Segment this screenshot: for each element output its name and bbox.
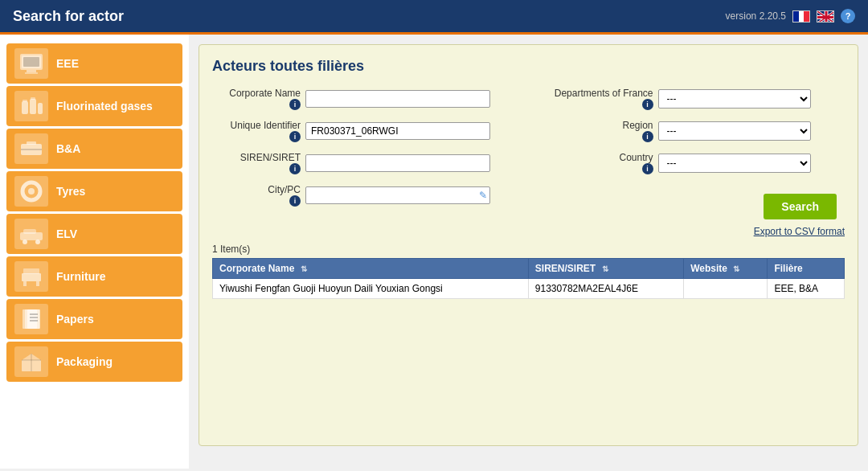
sort-arrows-website: ⇅: [733, 264, 739, 273]
svg-rect-11: [23, 57, 39, 67]
city-row: City/PC i ✎: [212, 184, 517, 207]
sidebar-item-bna-label: B&A: [56, 142, 80, 156]
siren-input[interactable]: [305, 154, 490, 172]
results-count: 1 Item(s): [212, 244, 845, 255]
app-header: Search for actor version 2.20.5 ?: [0, 0, 868, 32]
sidebar-item-elv[interactable]: ELV: [6, 214, 182, 254]
country-row: Country i ---: [541, 152, 845, 174]
col-website[interactable]: Website ⇅: [684, 259, 768, 279]
corporate-name-info-icon[interactable]: i: [289, 99, 301, 110]
sort-arrows-corporate: ⇅: [301, 264, 307, 273]
svg-rect-16: [38, 103, 43, 114]
col-filiere[interactable]: Filière: [768, 259, 845, 279]
svg-rect-13: [25, 72, 38, 74]
svg-rect-15: [30, 99, 36, 114]
elv-icon: [14, 219, 48, 249]
table-row: Yiwushi Fengfan Guoji Huoyun Daili Youxi…: [213, 279, 845, 299]
unique-id-input[interactable]: [305, 122, 490, 140]
sidebar-item-packaging[interactable]: Packaging: [6, 342, 182, 382]
corporate-name-input[interactable]: [305, 90, 490, 108]
col-corporate-name[interactable]: Corporate Name ⇅: [213, 259, 529, 279]
svg-rect-14: [22, 101, 28, 114]
region-label: Region: [622, 120, 653, 131]
sidebar-item-furniture-label: Furniture: [56, 270, 105, 284]
sidebar-item-eee-label: EEE: [56, 57, 79, 71]
svg-point-27: [35, 240, 40, 244]
sidebar-item-fluorinated[interactable]: Fluorinated gases: [6, 86, 182, 126]
unique-id-info-icon[interactable]: i: [289, 131, 301, 142]
region-select[interactable]: ---: [658, 121, 811, 141]
country-select[interactable]: ---: [658, 154, 811, 173]
french-flag-icon[interactable]: [792, 10, 810, 23]
search-form: Corporate Name i Unique Identifier i: [212, 88, 845, 219]
unique-id-row: Unique Identifier i: [212, 120, 517, 142]
svg-rect-30: [23, 281, 27, 286]
export-row: Export to CSV format: [212, 226, 845, 237]
corporate-name-row: Corporate Name i: [212, 88, 517, 110]
panel-title: Acteurs toutes filières: [212, 58, 845, 75]
content-area: Acteurs toutes filières Corporate Name i: [189, 35, 868, 469]
cell-corporate-name: Yiwushi Fengfan Guoji Huoyun Daili Youxi…: [213, 279, 529, 299]
page-title: Search for actor: [13, 8, 124, 25]
siren-info-icon[interactable]: i: [289, 163, 301, 174]
sidebar: EEE Fluorinated gases: [0, 35, 189, 469]
city-info-icon[interactable]: i: [289, 195, 301, 207]
main-layout: EEE Fluorinated gases: [0, 35, 868, 469]
corporate-name-label: Corporate Name: [229, 88, 301, 99]
pencil-icon[interactable]: ✎: [479, 190, 487, 201]
packaging-icon: [14, 346, 48, 377]
svg-rect-31: [36, 281, 39, 286]
fluorinated-icon: [14, 91, 48, 121]
sort-arrows-siren: ⇅: [602, 264, 608, 273]
sidebar-item-furniture[interactable]: Furniture: [6, 256, 182, 297]
sidebar-item-elv-label: ELV: [56, 227, 77, 241]
sidebar-item-fluorinated-label: Fluorinated gases: [56, 100, 153, 113]
col-siren-siret[interactable]: SIREN/SIRET ⇅: [528, 259, 683, 279]
country-label: Country: [619, 152, 653, 163]
help-icon[interactable]: ?: [841, 9, 855, 23]
sidebar-item-tyres[interactable]: Tyres: [6, 171, 182, 211]
svg-rect-18: [31, 97, 35, 100]
search-btn-row: Search: [541, 194, 845, 219]
svg-point-23: [28, 188, 35, 195]
country-info-icon[interactable]: i: [642, 163, 653, 174]
header-right: version 2.20.5 ?: [726, 9, 855, 23]
region-row: Region i ---: [541, 120, 845, 142]
svg-rect-12: [27, 70, 36, 72]
furniture-icon: [14, 261, 48, 292]
svg-point-26: [23, 240, 27, 244]
sidebar-item-papers-label: Papers: [56, 313, 94, 326]
svg-rect-29: [23, 268, 39, 274]
sidebar-item-eee[interactable]: EEE: [6, 43, 182, 84]
city-input-wrapper: ✎: [305, 186, 490, 204]
papers-icon: [14, 304, 48, 334]
version-text: version 2.20.5: [726, 10, 786, 22]
sidebar-item-packaging-label: Packaging: [56, 355, 113, 369]
export-csv-link[interactable]: Export to CSV format: [754, 226, 845, 237]
eee-icon: [14, 48, 48, 79]
sidebar-item-papers[interactable]: Papers: [6, 299, 182, 339]
search-button[interactable]: Search: [764, 194, 837, 219]
results-table: Corporate Name ⇅ SIREN/SIRET ⇅ Website ⇅: [212, 258, 845, 299]
unique-id-label: Unique Identifier: [231, 120, 301, 131]
siren-row: SIREN/SIRET i: [212, 152, 517, 174]
bna-icon: [14, 133, 48, 164]
english-flag-icon[interactable]: [817, 10, 834, 23]
dept-info-icon[interactable]: i: [642, 99, 653, 110]
dept-select[interactable]: ---: [658, 89, 811, 109]
svg-rect-25: [23, 229, 36, 234]
content-panel: Acteurs toutes filières Corporate Name i: [199, 44, 858, 446]
svg-rect-34: [27, 309, 40, 329]
sidebar-item-bna[interactable]: B&A: [6, 129, 182, 169]
form-right: Departments of France i --- Region i: [541, 88, 845, 219]
tyres-icon: [14, 176, 48, 207]
svg-rect-20: [27, 141, 36, 145]
cell-website: [684, 279, 768, 299]
region-info-icon[interactable]: i: [642, 131, 653, 142]
cell-filiere: EEE, B&A: [768, 279, 845, 299]
svg-rect-28: [22, 273, 41, 281]
city-label: City/PC: [268, 184, 301, 195]
city-input[interactable]: [305, 186, 490, 204]
dept-row: Departments of France i ---: [541, 88, 845, 110]
form-left: Corporate Name i Unique Identifier i: [212, 88, 517, 219]
